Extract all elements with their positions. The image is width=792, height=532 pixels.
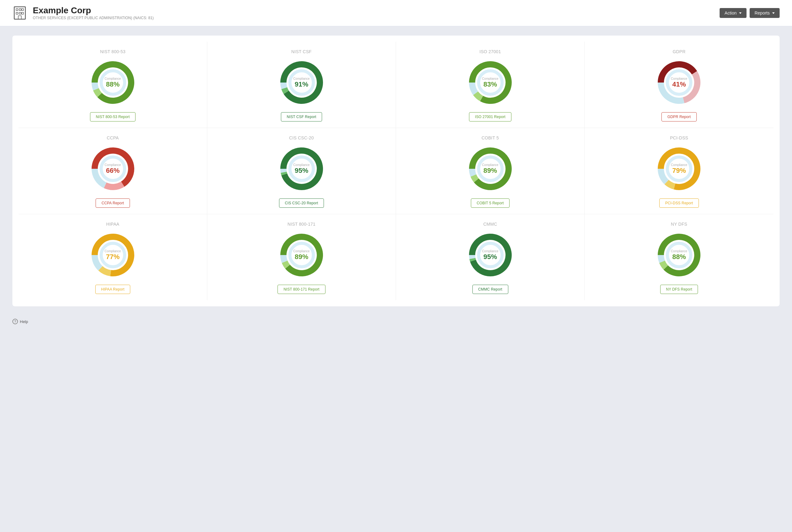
report-btn-cobit-5[interactable]: COBIT 5 Report — [471, 198, 510, 208]
svg-rect-3 — [22, 9, 23, 11]
company-name: Example Corp — [33, 6, 154, 16]
company-subtitle: OTHER SERVICES (EXCEPT PUBLIC ADMINISTRA… — [33, 16, 154, 20]
svg-point-14 — [479, 157, 502, 180]
report-btn-nist-800-53[interactable]: NIST 800-53 Report — [90, 112, 135, 121]
reports-button[interactable]: Reports — [750, 8, 780, 18]
donut-nist-800-53: Compliance88% — [88, 58, 138, 107]
svg-point-10 — [479, 71, 502, 94]
chevron-down-icon — [772, 12, 775, 14]
donut-cmmc: Compliance95% — [466, 230, 515, 280]
donut-iso-27001: Compliance83% — [466, 58, 515, 107]
card-title-ccpa: CCPA — [107, 135, 119, 140]
svg-point-11 — [667, 71, 691, 94]
card-title-ny-dfs: NY DFS — [671, 222, 687, 227]
svg-point-16 — [101, 243, 125, 267]
report-btn-ccpa[interactable]: CCPA Report — [96, 198, 130, 208]
card-title-cmmc: CMMC — [483, 222, 497, 227]
card-hipaa: HIPAACompliance77%HIPAA Report — [19, 214, 207, 300]
donut-gdpr: Compliance41% — [654, 58, 704, 107]
card-title-hipaa: HIPAA — [106, 222, 119, 227]
card-gdpr: GDPRCompliance41%GDPR Report — [585, 42, 773, 128]
report-btn-nist-csf[interactable]: NIST CSF Report — [281, 112, 323, 121]
card-ny-dfs: NY DFSCompliance88%NY DFS Report — [585, 214, 773, 300]
report-btn-cmmc[interactable]: CMMC Report — [473, 285, 508, 294]
donut-cobit-5: Compliance89% — [466, 144, 515, 193]
card-ccpa: CCPACompliance66%CCPA Report — [19, 128, 207, 214]
svg-point-13 — [290, 157, 313, 180]
donut-hipaa: Compliance77% — [88, 230, 138, 280]
report-btn-ny-dfs[interactable]: NY DFS Report — [660, 285, 698, 294]
card-title-nist-800-171: NIST 800-171 — [288, 222, 315, 227]
svg-point-17 — [290, 243, 313, 267]
svg-rect-6 — [22, 12, 23, 14]
help-bar: ? Help — [0, 316, 792, 327]
chevron-down-icon — [739, 12, 741, 14]
svg-rect-1 — [16, 9, 18, 11]
report-btn-nist-800-171[interactable]: NIST 800-171 Report — [277, 285, 325, 294]
report-btn-hipaa[interactable]: HIPAA Report — [95, 285, 130, 294]
card-title-iso-27001: ISO 27001 — [480, 49, 501, 54]
header-left: Example Corp OTHER SERVICES (EXCEPT PUBL… — [12, 5, 154, 20]
compliance-grid: NIST 800-53Compliance88%NIST 800-53 Repo… — [12, 36, 780, 306]
header-title: Example Corp OTHER SERVICES (EXCEPT PUBL… — [33, 6, 154, 20]
main-content: NIST 800-53Compliance88%NIST 800-53 Repo… — [0, 26, 792, 316]
card-title-pci-dss: PCI-DSS — [670, 135, 688, 140]
svg-point-15 — [667, 157, 691, 180]
action-button[interactable]: Action — [720, 8, 747, 18]
card-iso-27001: ISO 27001Compliance83%ISO 27001 Report — [396, 42, 585, 128]
svg-rect-5 — [19, 12, 21, 14]
card-nist-800-53: NIST 800-53Compliance88%NIST 800-53 Repo… — [19, 42, 207, 128]
svg-rect-4 — [16, 12, 18, 14]
report-btn-gdpr[interactable]: GDPR Report — [661, 112, 696, 121]
card-nist-800-171: NIST 800-171Compliance89%NIST 800-171 Re… — [207, 214, 396, 300]
header-actions: Action Reports — [720, 8, 780, 18]
help-icon[interactable]: ? — [12, 319, 18, 324]
card-title-gdpr: GDPR — [673, 49, 686, 54]
card-title-cis-csc-20: CIS CSC-20 — [289, 135, 314, 140]
card-title-cobit-5: COBIT 5 — [481, 135, 499, 140]
donut-pci-dss: Compliance79% — [654, 144, 704, 193]
donut-cis-csc-20: Compliance95% — [277, 144, 326, 193]
donut-ccpa: Compliance66% — [88, 144, 138, 193]
card-pci-dss: PCI-DSSCompliance79%PCI-DSS Report — [585, 128, 773, 214]
donut-ny-dfs: Compliance88% — [654, 230, 704, 280]
svg-rect-7 — [18, 16, 21, 19]
building-icon — [12, 5, 27, 20]
svg-point-19 — [667, 243, 691, 267]
help-label[interactable]: Help — [20, 319, 28, 324]
donut-nist-800-171: Compliance89% — [277, 230, 326, 280]
svg-rect-2 — [19, 9, 21, 11]
page-header: Example Corp OTHER SERVICES (EXCEPT PUBL… — [0, 0, 792, 26]
svg-point-18 — [479, 243, 502, 267]
svg-point-8 — [101, 71, 125, 94]
report-btn-iso-27001[interactable]: ISO 27001 Report — [469, 112, 511, 121]
card-nist-csf: NIST CSFCompliance91%NIST CSF Report — [207, 42, 396, 128]
card-cmmc: CMMCCompliance95%CMMC Report — [396, 214, 585, 300]
report-btn-pci-dss[interactable]: PCI-DSS Report — [659, 198, 699, 208]
card-title-nist-csf: NIST CSF — [291, 49, 312, 54]
card-title-nist-800-53: NIST 800-53 — [100, 49, 125, 54]
svg-point-12 — [101, 157, 125, 180]
donut-nist-csf: Compliance91% — [277, 58, 326, 107]
svg-point-9 — [290, 71, 313, 94]
card-cobit-5: COBIT 5Compliance89%COBIT 5 Report — [396, 128, 585, 214]
report-btn-cis-csc-20[interactable]: CIS CSC-20 Report — [279, 198, 324, 208]
card-cis-csc-20: CIS CSC-20Compliance95%CIS CSC-20 Report — [207, 128, 396, 214]
